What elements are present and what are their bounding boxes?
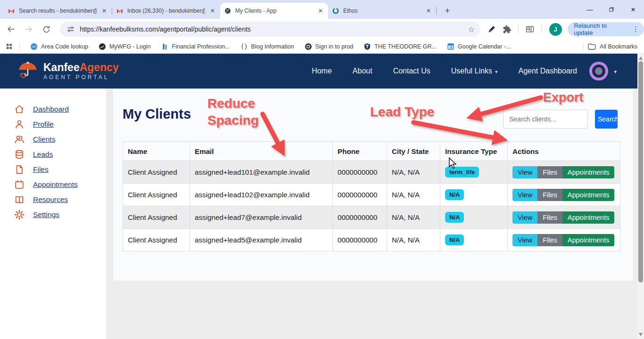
cell-name: Client Assigned (123, 229, 190, 251)
bookmark-label: Financial Profession... (172, 43, 230, 50)
files-button[interactable]: Files (537, 234, 562, 246)
shield-icon (363, 43, 371, 50)
globe-blue-icon (30, 43, 38, 50)
tab-gmail-search[interactable]: Search results - bendukimber@ ✕ (4, 3, 112, 19)
annotation-export: Export (543, 89, 584, 106)
close-window-button[interactable]: ✕ (622, 0, 644, 19)
bookmark-prod[interactable]: Sign in to prod (305, 43, 354, 50)
bookmark-calendar[interactable]: 18 Google Calendar -... (447, 43, 511, 50)
address-bar[interactable]: https://kanfeebulksms.com/agentportal/pu… (60, 22, 480, 37)
view-button[interactable]: View (512, 234, 537, 246)
bookmark-star-icon[interactable]: ☆ (468, 25, 475, 34)
globe-dark-icon (99, 43, 106, 50)
apps-grid-icon[interactable] (6, 43, 13, 50)
nav-contact-us[interactable]: Contact Us (393, 67, 430, 75)
tab-ethos[interactable]: Ethos ✕ (328, 3, 436, 19)
umbrella-heart-logo-icon (17, 60, 39, 82)
avatar-chevron-down-icon[interactable]: ▾ (614, 69, 617, 75)
appointments-button[interactable]: Appointments (562, 189, 615, 201)
bookmark-label: THE THEODORE GR... (374, 43, 437, 50)
new-tab-button[interactable]: + (441, 5, 454, 17)
bookmark-theodore[interactable]: THE THEODORE GR... (363, 43, 437, 50)
appointments-button[interactable]: Appointments (562, 211, 615, 224)
tab-title: My Clients - App (235, 8, 313, 14)
sidebar-item-dashboard[interactable]: Dashboard (0, 102, 106, 117)
restore-button[interactable] (601, 0, 622, 19)
back-icon[interactable] (4, 22, 18, 36)
col-header-actions: Actions (508, 142, 620, 161)
files-button[interactable]: Files (537, 211, 562, 224)
nav-home[interactable]: Home (312, 67, 332, 75)
url-text[interactable]: https://kanfeebulksms.com/agentportal/pu… (80, 25, 251, 33)
cell-phone: 0000000000 (333, 229, 387, 251)
nav-useful-links[interactable]: Useful Links▾ (451, 67, 498, 75)
insurance-type-badge: N/A (445, 234, 464, 245)
scrollbar-thumb[interactable] (638, 61, 643, 282)
cell-name: Client Assigned (123, 184, 190, 206)
bookmark-financial[interactable]: Financial Profession... (161, 43, 230, 50)
close-icon[interactable]: ✕ (425, 8, 432, 14)
view-button[interactable]: View (512, 166, 537, 178)
extensions-puzzle-icon[interactable] (503, 25, 512, 34)
database-icon (14, 149, 25, 160)
close-icon[interactable]: ✕ (100, 8, 108, 14)
pen-extension-icon[interactable] (487, 25, 496, 34)
sidebar-item-resources[interactable]: Resources (0, 192, 106, 207)
user-avatar[interactable] (589, 62, 608, 81)
view-button[interactable]: View (512, 189, 537, 201)
reload-icon[interactable] (39, 22, 53, 36)
sidebar-label: Clients (33, 135, 55, 144)
site-nav-links: Home About Contact Us Useful Links▾ Agen… (312, 67, 577, 75)
sidebar-item-files[interactable]: Files (0, 162, 106, 177)
search-input[interactable] (503, 110, 588, 129)
col-header-email: Email (190, 142, 333, 161)
forward-icon[interactable] (22, 22, 36, 36)
all-bookmarks[interactable]: All Bookmarks (583, 42, 637, 51)
appointments-button[interactable]: Appointments (562, 166, 615, 178)
sidebar-item-profile[interactable]: Profile (0, 117, 106, 132)
site-navbar: KanfeeAgency AGENT PORTAL Home About Con… (0, 54, 637, 89)
bookmark-label: Google Calendar -... (458, 43, 511, 50)
book-icon (14, 194, 25, 205)
relaunch-to-update-button[interactable]: Relaunch to update ⋮ (568, 22, 644, 36)
bookmark-blog[interactable]: Blog Information (240, 43, 294, 50)
tab-gmail-inbox[interactable]: Inbox (26,330) - bendukimber@ ✕ (112, 3, 220, 19)
minimize-button[interactable]: — (579, 0, 601, 19)
files-button[interactable]: Files (537, 189, 562, 201)
search-sidebar-icon[interactable] (525, 24, 535, 34)
tab-my-clients[interactable]: My Clients - App ✕ (220, 3, 328, 19)
page-scrollbar[interactable] (637, 54, 644, 339)
cell-city-state: N/A, N/A (387, 161, 440, 184)
browser-menu-icon[interactable]: ⋮ (630, 25, 641, 33)
site-settings-icon[interactable] (66, 25, 75, 33)
nav-about[interactable]: About (353, 67, 372, 75)
files-button[interactable]: Files (537, 166, 562, 178)
cell-email: assigned+lead7@example.invalid (190, 206, 333, 229)
all-bookmarks-label: All Bookmarks (600, 43, 637, 50)
ethos-icon (332, 7, 339, 15)
cell-email: assigned+lead5@example.invalid (190, 229, 333, 251)
scroll-down-icon[interactable] (639, 333, 643, 336)
cell-email: assigned+lead101@example.invalid (190, 161, 333, 184)
appointments-button[interactable]: Appointments (562, 234, 615, 246)
brand-logo[interactable]: KanfeeAgency AGENT PORTAL (17, 60, 119, 82)
home-icon (14, 104, 25, 114)
bookmark-mywfg[interactable]: MyWFG - Login (99, 43, 151, 50)
search-button[interactable]: Search (595, 110, 618, 129)
brand-subtitle: AGENT PORTAL (43, 74, 119, 81)
sidebar-item-settings[interactable]: Settings (0, 207, 106, 222)
globe-icon (224, 7, 231, 15)
nav-agent-dashboard[interactable]: Agent Dashboard (518, 67, 577, 75)
dark-circle-icon (305, 43, 312, 50)
scroll-up-icon[interactable] (639, 56, 643, 60)
sidebar-item-appointments[interactable]: Appointments (0, 177, 106, 192)
page-title: My Clients (123, 106, 191, 122)
sidebar-item-leads[interactable]: Leads (0, 147, 106, 162)
close-icon[interactable]: ✕ (209, 8, 216, 14)
close-icon[interactable]: ✕ (317, 8, 324, 14)
view-button[interactable]: View (512, 211, 537, 224)
browser-profile-avatar[interactable]: J (549, 23, 562, 36)
bookmark-area-code[interactable]: Area Code lookup (30, 43, 88, 50)
brand-kanfee: Kanfee (43, 61, 80, 73)
sidebar-item-clients[interactable]: Clients (0, 132, 106, 147)
